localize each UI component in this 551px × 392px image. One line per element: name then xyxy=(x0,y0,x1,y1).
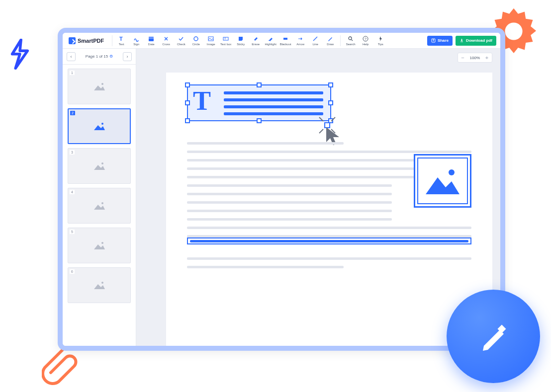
lightning-decoration-icon xyxy=(9,39,31,67)
download-button[interactable]: Download pdf xyxy=(456,36,496,46)
highlighter-icon xyxy=(267,35,274,42)
image-placeholder[interactable] xyxy=(414,154,471,208)
tool-check[interactable]: Check xyxy=(174,35,188,46)
tips-icon xyxy=(377,35,384,42)
tool-tips[interactable]: Tips xyxy=(373,35,387,46)
zoom-value: 100% xyxy=(468,56,482,60)
svg-line-21 xyxy=(319,117,323,121)
svg-point-10 xyxy=(349,37,352,40)
tool-image[interactable]: Image xyxy=(204,35,218,46)
svg-rect-8 xyxy=(283,38,287,40)
prev-page-button[interactable]: ‹ xyxy=(67,52,76,61)
page-indicator: Page 1 of 15 ⚙ xyxy=(86,54,113,59)
share-icon xyxy=(431,38,436,43)
resize-handle[interactable] xyxy=(185,100,190,105)
svg-point-18 xyxy=(101,202,103,204)
calendar-icon xyxy=(148,35,155,42)
tool-circle[interactable]: Circle xyxy=(189,35,203,46)
svg-point-3 xyxy=(194,37,198,41)
page-thumbnail[interactable]: 6 xyxy=(68,267,131,303)
svg-rect-2 xyxy=(149,38,154,38)
resize-handle[interactable] xyxy=(185,118,190,123)
download-icon xyxy=(459,38,464,43)
paperclip-decoration-icon xyxy=(42,347,83,386)
divider xyxy=(112,35,112,46)
page-thumbnail[interactable]: 3 xyxy=(68,148,131,184)
line-icon xyxy=(312,35,319,42)
tool-sticky[interactable]: Sticky xyxy=(234,35,248,46)
thumbnail-list: 1 2 3 4 5 6 xyxy=(63,65,136,346)
blackout-icon xyxy=(282,35,289,42)
mountain-image-icon xyxy=(423,163,462,198)
zoom-out-button[interactable]: − xyxy=(458,53,468,62)
page-thumbnail[interactable]: 1 xyxy=(68,69,131,104)
tool-blackout[interactable]: Blackout xyxy=(278,35,292,46)
zoom-in-button[interactable]: + xyxy=(482,53,492,62)
resize-handle[interactable] xyxy=(257,118,262,123)
tool-arrow[interactable]: Arrow xyxy=(293,35,307,46)
sidebar: ‹ Page 1 of 15 ⚙ › 1 2 3 4 5 6 xyxy=(63,49,136,346)
svg-point-16 xyxy=(101,123,103,125)
gear-icon[interactable]: ⚙ xyxy=(109,54,113,59)
zoom-control: − 100% + xyxy=(458,53,492,63)
tool-highlight[interactable]: Highlight xyxy=(264,35,277,46)
svg-text:T: T xyxy=(224,37,226,40)
tool-date[interactable]: Date xyxy=(144,35,158,46)
svg-line-23 xyxy=(319,129,323,133)
cross-icon xyxy=(163,35,170,42)
svg-line-11 xyxy=(352,40,353,41)
divider xyxy=(340,35,341,46)
share-button[interactable]: Share xyxy=(427,36,453,46)
text-selection-box[interactable]: T xyxy=(187,84,331,121)
page-thumbnail[interactable]: 4 xyxy=(68,188,131,224)
tool-cross[interactable]: Cross xyxy=(159,35,173,46)
page-navigator: ‹ Page 1 of 15 ⚙ › xyxy=(63,49,136,65)
svg-rect-7 xyxy=(269,40,271,41)
text-icon: T xyxy=(118,35,125,42)
canvas-area: − 100% + T xyxy=(136,49,500,346)
svg-point-20 xyxy=(101,282,103,284)
resize-handle[interactable] xyxy=(328,100,333,105)
placeholder-image-icon xyxy=(93,240,106,250)
resize-handle[interactable] xyxy=(328,82,333,87)
header-actions: Share Download pdf xyxy=(427,36,496,46)
document-page[interactable]: T xyxy=(166,73,492,346)
check-icon xyxy=(178,35,184,42)
edit-fab[interactable] xyxy=(447,290,540,383)
page-thumbnail[interactable]: 5 xyxy=(68,228,131,263)
next-page-button[interactable]: › xyxy=(123,52,132,61)
tool-help[interactable]: ?Help xyxy=(359,35,372,46)
tool-erase[interactable]: Erase xyxy=(249,35,263,46)
placeholder-image-icon xyxy=(93,280,106,290)
resize-handle[interactable] xyxy=(185,82,190,87)
resize-handle[interactable] xyxy=(257,82,262,87)
workspace: ‹ Page 1 of 15 ⚙ › 1 2 3 4 5 6 − 100% + xyxy=(63,49,500,346)
page-thumbnail[interactable]: 2 xyxy=(68,108,131,144)
app-name: SmartPDF xyxy=(78,38,104,44)
line-highlight xyxy=(190,240,468,242)
svg-point-17 xyxy=(101,162,103,164)
logo-icon xyxy=(69,37,76,44)
selected-text-line[interactable] xyxy=(187,237,471,244)
placeholder-image-icon xyxy=(93,161,106,171)
tool-sign[interactable]: Sign xyxy=(129,35,143,46)
toolbar: TText Sign Date Cross Check Circle Image… xyxy=(114,35,427,46)
app-logo[interactable]: SmartPDF xyxy=(69,37,104,44)
text-tool-glyph: T xyxy=(193,87,211,114)
placeholder-image-icon xyxy=(93,121,106,131)
tool-textbox[interactable]: TText box xyxy=(219,35,233,46)
svg-point-15 xyxy=(101,83,103,85)
svg-point-26 xyxy=(449,169,455,175)
tool-text[interactable]: TText xyxy=(114,35,128,46)
tool-draw[interactable]: Draw xyxy=(323,35,337,46)
circle-icon xyxy=(192,35,199,42)
placeholder-image-icon xyxy=(93,201,106,211)
tool-search[interactable]: Search xyxy=(344,35,358,46)
search-icon xyxy=(347,35,354,42)
pencil-icon xyxy=(327,35,334,42)
arrow-icon xyxy=(297,35,304,42)
text-lines xyxy=(224,91,323,119)
tool-line[interactable]: Line xyxy=(308,35,322,46)
svg-text:T: T xyxy=(119,36,123,42)
placeholder-image-icon xyxy=(93,81,106,91)
